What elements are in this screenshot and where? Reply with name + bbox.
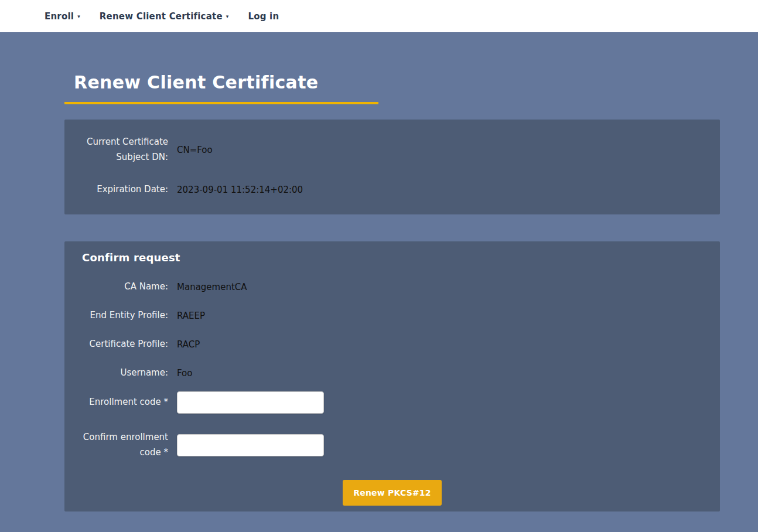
expiration-date-value: 2023-09-01 11:52:14+02:00 (177, 185, 720, 195)
chevron-down-icon: ▾ (77, 14, 80, 19)
nav-renew-client-certificate-label: Renew Client Certificate (100, 11, 223, 22)
confirm-request-panel: Confirm request CA Name: ManagementCA En… (64, 241, 720, 511)
nav-renew-client-certificate[interactable]: Renew Client Certificate ▾ (100, 11, 229, 22)
nav-enroll[interactable]: Enroll ▾ (45, 11, 80, 22)
submit-button-row: Renew PKCS#12 (64, 480, 720, 506)
page-title: Renew Client Certificate (64, 32, 378, 104)
ca-name-value: ManagementCA (177, 282, 720, 292)
nav-enroll-label: Enroll (45, 11, 74, 22)
end-entity-profile-row: End Entity Profile: RAEEP (64, 305, 720, 326)
username-row: Username: Foo (64, 363, 720, 384)
certificate-profile-row: Certificate Profile: RACP (64, 334, 720, 355)
username-value: Foo (177, 368, 720, 378)
chevron-down-icon: ▾ (226, 14, 229, 19)
top-navigation-bar: Enroll ▾ Renew Client Certificate ▾ Log … (0, 0, 758, 32)
end-entity-profile-label: End Entity Profile: (82, 308, 168, 323)
subject-dn-row: Current Certificate Subject DN: CN=Foo (64, 135, 720, 165)
confirm-enrollment-code-row: Confirm enrollment code * (64, 430, 720, 461)
nav-log-in-label: Log in (248, 11, 279, 22)
renew-pkcs12-button[interactable]: Renew PKCS#12 (343, 480, 441, 506)
confirm-enrollment-code-input[interactable] (177, 434, 324, 456)
confirm-enrollment-code-label: Confirm enrollment code * (82, 430, 168, 461)
current-certificate-panel: Current Certificate Subject DN: CN=Foo E… (64, 120, 720, 214)
expiration-date-label: Expiration Date: (82, 182, 168, 197)
nav-log-in[interactable]: Log in (248, 11, 279, 22)
username-label: Username: (82, 366, 168, 381)
title-section: Renew Client Certificate (64, 32, 758, 104)
ca-name-row: CA Name: ManagementCA (64, 277, 720, 298)
enrollment-code-label: Enrollment code * (82, 395, 168, 410)
end-entity-profile-value: RAEEP (177, 311, 720, 321)
subject-dn-label: Current Certificate Subject DN: (82, 135, 168, 165)
certificate-profile-label: Certificate Profile: (82, 337, 168, 352)
confirm-request-heading: Confirm request (82, 251, 720, 264)
certificate-profile-value: RACP (177, 339, 720, 350)
ca-name-label: CA Name: (82, 279, 168, 295)
subject-dn-value: CN=Foo (177, 145, 720, 155)
enrollment-code-input[interactable] (177, 391, 324, 414)
enrollment-code-row: Enrollment code * (64, 391, 720, 414)
expiration-date-row: Expiration Date: 2023-09-01 11:52:14+02:… (64, 179, 720, 200)
